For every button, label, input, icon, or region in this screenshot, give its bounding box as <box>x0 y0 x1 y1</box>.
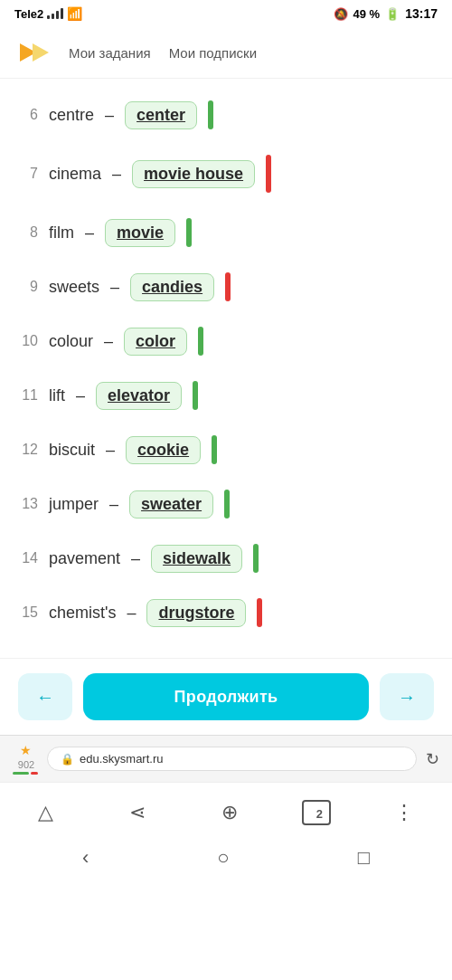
answer-badge: color <box>124 328 187 356</box>
row-number: 13 <box>18 496 38 512</box>
tab-count-button[interactable]: 2 <box>302 800 331 825</box>
dash: – <box>131 549 140 568</box>
back-gesture-button[interactable]: ‹ <box>82 846 89 870</box>
browser-url-bar[interactable]: 🔒 edu.skysmart.ru <box>47 747 417 771</box>
back-button[interactable]: ← <box>18 673 72 720</box>
row-number: 10 <box>18 333 38 349</box>
mute-icon: 🔕 <box>334 7 348 21</box>
row-number: 14 <box>18 550 38 566</box>
answer-badge: sweater <box>129 490 213 519</box>
row-number: 6 <box>18 107 38 123</box>
forward-button[interactable]: → <box>380 673 434 720</box>
my-subscriptions-link[interactable]: Мои подписки <box>169 45 257 61</box>
british-word: jumper <box>49 495 99 514</box>
dash: – <box>106 441 115 460</box>
dash: – <box>105 106 114 125</box>
time-label: 13:17 <box>405 6 438 21</box>
status-left: Tele2 📶 <box>14 6 82 21</box>
dash: – <box>85 224 94 243</box>
row-number: 15 <box>18 604 38 621</box>
correct-indicator <box>193 381 198 410</box>
tab-count-label: 2 <box>316 807 323 821</box>
correct-indicator <box>208 100 213 129</box>
row-number: 12 <box>18 442 38 458</box>
correct-indicator <box>224 490 230 519</box>
dash: – <box>109 495 118 514</box>
table-row: 12 biscuit – cookie <box>0 423 452 477</box>
incorrect-indicator <box>257 598 262 627</box>
table-row: 10 colour – color <box>0 314 452 368</box>
answer-badge: elevator <box>96 382 182 410</box>
top-nav: Мои задания Мои подписки <box>0 27 452 79</box>
dash: – <box>110 278 119 297</box>
incorrect-indicator <box>225 272 231 301</box>
british-word: pavement <box>49 549 120 568</box>
table-row: 7 cinema – movie house <box>0 142 452 205</box>
gesture-nav-bar: ‹ ○ □ <box>0 839 452 884</box>
status-bar: Tele2 📶 🔕 49 % 🔋 13:17 <box>0 0 452 27</box>
home-nav-button[interactable]: △ <box>25 795 66 830</box>
british-word: chemist's <box>49 604 116 623</box>
answer-badge: candies <box>130 273 214 301</box>
main-content: 6 centre – center 7 cinema – movie house… <box>0 79 452 658</box>
wifi-icon: 📶 <box>67 6 82 21</box>
star-icon: ★ <box>20 743 32 757</box>
table-row: 13 jumper – sweater <box>0 477 452 531</box>
british-word: biscuit <box>49 441 95 460</box>
table-row: 8 film – movie <box>0 205 452 260</box>
answer-badge: drugstore <box>146 599 246 627</box>
home-gesture-button[interactable]: ○ <box>217 846 229 870</box>
signal-icon <box>47 8 63 19</box>
row-number: 7 <box>18 166 38 182</box>
lock-icon: 🔒 <box>61 753 74 766</box>
british-word: film <box>49 224 74 243</box>
carrier-label: Tele2 <box>14 7 43 21</box>
menu-button[interactable]: ⋮ <box>381 795 427 830</box>
table-row: 9 sweets – candies <box>0 260 452 314</box>
table-row: 6 centre – center <box>0 88 452 142</box>
correct-indicator <box>253 544 259 573</box>
correct-indicator <box>186 218 192 247</box>
table-row: 15 chemist's – drugstore <box>0 585 452 640</box>
table-row: 14 pavement – sidewalk <box>0 531 452 585</box>
answer-badge: movie house <box>132 160 255 188</box>
dash: – <box>76 386 85 405</box>
dash: – <box>127 604 136 623</box>
row-number: 8 <box>18 224 38 241</box>
battery-label: 49 % <box>353 7 381 21</box>
app-logo[interactable] <box>18 36 51 69</box>
browser-bar: ★ 902 🔒 edu.skysmart.ru ↻ <box>0 735 452 782</box>
answer-badge: movie <box>105 219 175 247</box>
reload-icon[interactable]: ↻ <box>426 749 439 769</box>
row-number: 9 <box>18 279 38 295</box>
british-word: colour <box>49 332 93 351</box>
incorrect-indicator <box>266 155 271 193</box>
dash: – <box>112 165 121 184</box>
recent-gesture-button[interactable]: □ <box>358 846 370 870</box>
continue-button[interactable]: Продолжить <box>83 673 369 720</box>
my-tasks-link[interactable]: Мои задания <box>69 45 151 61</box>
british-word: centre <box>49 106 94 125</box>
bottom-action-bar: ← Продолжить → <box>0 658 452 735</box>
row-number: 11 <box>18 387 38 404</box>
british-word: lift <box>49 386 65 405</box>
share-nav-button[interactable]: ⋖ <box>117 795 158 830</box>
star-count: 902 <box>18 759 34 770</box>
battery-icon: 🔋 <box>385 7 400 21</box>
answer-badge: center <box>125 101 197 129</box>
status-right: 🔕 49 % 🔋 13:17 <box>334 6 438 21</box>
table-row: 11 lift – elevator <box>0 368 452 423</box>
add-tab-button[interactable]: ⊕ <box>209 795 250 830</box>
browser-rating: ★ 902 <box>13 743 38 775</box>
answer-badge: cookie <box>126 436 201 464</box>
answer-badge: sidewalk <box>151 545 242 573</box>
british-word: cinema <box>49 165 101 184</box>
system-nav-bar: △ ⋖ ⊕ 2 ⋮ <box>0 782 452 839</box>
dash: – <box>104 332 113 351</box>
correct-indicator <box>198 327 203 356</box>
british-word: sweets <box>49 278 99 297</box>
url-text: edu.skysmart.ru <box>80 752 163 766</box>
correct-indicator <box>212 435 217 464</box>
